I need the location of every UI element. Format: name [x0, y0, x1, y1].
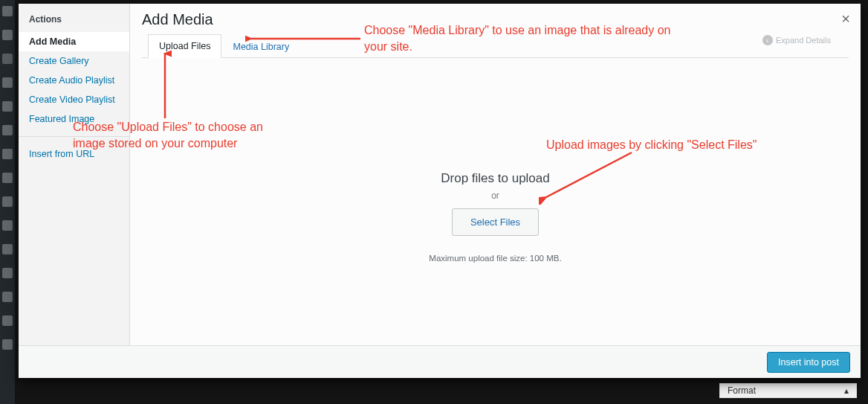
wp-menu-icon	[2, 196, 13, 207]
upload-dropzone[interactable]: Drop files to upload or Select Files Max…	[130, 58, 861, 345]
max-upload-size-label: Maximum upload file size: 100 MB.	[429, 254, 561, 263]
select-files-button[interactable]: Select Files	[452, 208, 539, 236]
wp-menu-icon	[2, 30, 13, 40]
modal-sidebar: Actions Add Media Create Gallery Create …	[19, 4, 130, 345]
modal-title: Add Media	[142, 11, 849, 34]
wp-menu-icon	[2, 101, 13, 112]
wp-menu-icon	[2, 173, 13, 183]
media-tabs: Upload Files Media Library	[142, 34, 849, 58]
tab-media-library[interactable]: Media Library	[221, 34, 300, 58]
wp-menu-icon	[2, 292, 13, 302]
close-button[interactable]: ×	[835, 8, 856, 29]
wp-menu-icon	[2, 6, 13, 16]
drop-or-label: or	[429, 190, 561, 201]
wp-menu-icon	[2, 125, 13, 135]
tab-upload-files[interactable]: Upload Files	[148, 34, 221, 58]
insert-into-post-button[interactable]: Insert into post	[767, 352, 850, 373]
sidebar-heading: Actions	[19, 14, 129, 32]
sidebar-item-create-audio-playlist[interactable]: Create Audio Playlist	[19, 71, 129, 90]
sidebar-item-create-gallery[interactable]: Create Gallery	[19, 51, 129, 71]
wp-menu-icon	[2, 268, 13, 278]
drop-title: Drop files to upload	[429, 171, 561, 186]
wp-menu-icon	[2, 54, 13, 64]
sidebar-separator	[19, 136, 129, 137]
bg-meta-box-label: Format	[728, 385, 756, 396]
sidebar-item-insert-from-url[interactable]: Insert from URL	[19, 144, 129, 164]
modal-main: × ‹ Expand Details Add Media Upload File…	[130, 4, 861, 345]
media-modal: Actions Add Media Create Gallery Create …	[19, 4, 861, 378]
bg-meta-box[interactable]: Format ▴	[719, 383, 857, 398]
chevron-left-icon: ‹	[762, 35, 773, 45]
modal-footer: Insert into post	[19, 345, 861, 378]
expand-details-label: Expand Details	[776, 36, 831, 45]
sidebar-item-create-video-playlist[interactable]: Create Video Playlist	[19, 90, 129, 109]
expand-details-toggle[interactable]: ‹ Expand Details	[762, 35, 831, 45]
wp-menu-icon	[2, 77, 13, 88]
wp-menu-icon	[2, 339, 13, 350]
wp-menu-icon	[2, 315, 13, 326]
wp-admin-sidebar	[0, 0, 15, 404]
caret-up-icon: ▴	[844, 385, 849, 396]
wp-menu-icon	[2, 244, 13, 254]
close-icon: ×	[841, 10, 850, 27]
sidebar-item-add-media[interactable]: Add Media	[19, 32, 129, 51]
sidebar-item-featured-image[interactable]: Featured Image	[19, 109, 129, 129]
wp-menu-icon	[2, 149, 13, 159]
wp-menu-icon	[2, 220, 13, 231]
